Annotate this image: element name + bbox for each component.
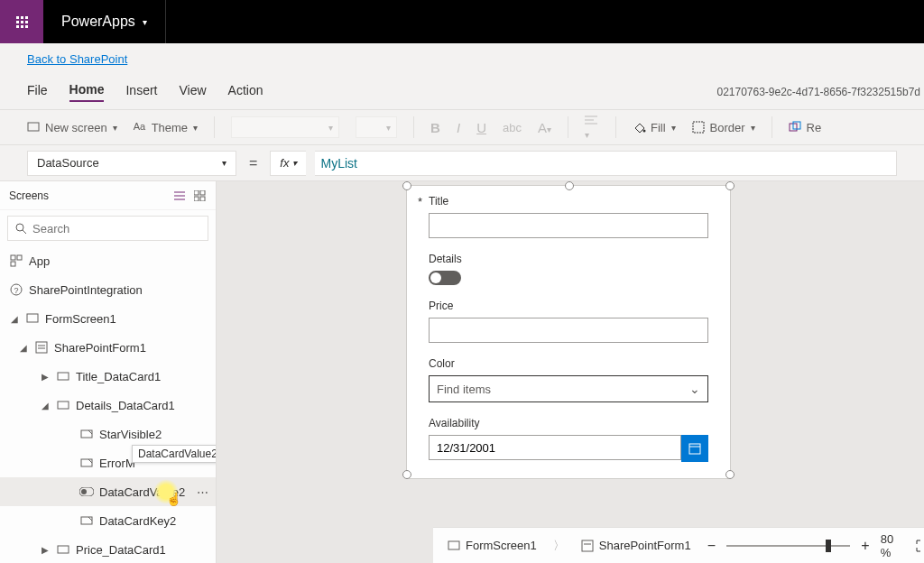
selection-handle[interactable]: [402, 470, 411, 479]
new-screen-button[interactable]: New screen ▾: [27, 121, 117, 134]
fill-label: Fill: [651, 121, 666, 134]
color-combobox[interactable]: Find items ⌄: [429, 375, 708, 402]
title-input[interactable]: [429, 213, 708, 238]
datacard-icon: [56, 542, 70, 557]
tree-item-errormessage2[interactable]: ErrorM DataCardValue2: [0, 448, 216, 477]
canvas[interactable]: * Title Details Price Color Find items ⌄: [217, 181, 924, 563]
divider: [615, 116, 616, 138]
tab-file[interactable]: File: [27, 83, 48, 101]
app-launcher-button[interactable]: [0, 0, 43, 43]
tree-item-price-datacard[interactable]: ▶ Price_DataCard1: [0, 535, 216, 563]
tree-item-datacardvalue2[interactable]: DataCardValue2 ⋯ ☝: [0, 477, 216, 506]
font-color-button[interactable]: A▾: [538, 120, 551, 135]
fit-to-window-button[interactable]: [916, 540, 924, 552]
zoom-in-button[interactable]: +: [861, 538, 869, 554]
chevron-down-icon: ▾: [113, 123, 117, 133]
formula-bar: DataSource ▾ = fx ▾ MyList: [0, 145, 924, 181]
svg-rect-19: [11, 262, 15, 266]
tree-item-details-datacard[interactable]: ◢ Details_DataCard1: [0, 391, 216, 420]
svg-rect-22: [27, 314, 38, 322]
expand-icon[interactable]: ◢: [40, 401, 51, 411]
bold-button[interactable]: B: [430, 120, 440, 135]
tree-item-label: Details_DataCard1: [76, 399, 175, 412]
calendar-button[interactable]: [681, 435, 708, 462]
tree-search-input[interactable]: [7, 216, 208, 241]
font-family-dropdown[interactable]: ▾: [231, 116, 339, 138]
formula-input[interactable]: MyList: [315, 151, 897, 176]
color-placeholder: Find items: [437, 383, 491, 396]
tree-item-sharepointform1[interactable]: ◢ SharePointForm1: [0, 333, 216, 362]
screen-icon: [25, 311, 40, 326]
new-screen-label: New screen: [45, 121, 107, 134]
tree-view-header: Screens: [0, 181, 216, 210]
calendar-icon: [688, 442, 701, 455]
availability-datepicker[interactable]: [429, 435, 708, 462]
border-button[interactable]: Border ▾: [692, 121, 755, 134]
app-name-label: PowerApps: [61, 14, 135, 30]
expand-icon[interactable]: ▶: [40, 545, 51, 555]
tree-item-datacardkey2[interactable]: DataCardKey2: [0, 506, 216, 535]
tree-item-sharepoint-integration[interactable]: ? SharePointIntegration: [0, 275, 216, 304]
align-button[interactable]: ▾: [585, 115, 599, 141]
zoom-slider-thumb[interactable]: [826, 540, 831, 552]
label-icon: [79, 456, 94, 470]
fill-button[interactable]: Fill ▾: [633, 121, 676, 134]
tree-search-field[interactable]: [32, 222, 200, 235]
tree-item-title-datacard[interactable]: ▶ Title_DataCard1: [0, 362, 216, 391]
svg-rect-5: [693, 122, 704, 133]
expand-icon[interactable]: ▶: [40, 372, 51, 382]
app-icon: [9, 254, 23, 268]
svg-rect-17: [11, 255, 15, 260]
selection-handle[interactable]: [725, 470, 735, 479]
tree-item-tooltip: DataCardValue2: [132, 445, 216, 463]
breadcrumb-form[interactable]: SharePointForm1: [581, 539, 691, 552]
field-label-price: Price: [429, 300, 708, 312]
font-size-dropdown[interactable]: ▾: [356, 116, 397, 138]
tree-item-label: Price_DataCard1: [76, 543, 166, 557]
reorder-label: Re: [807, 121, 822, 134]
availability-date-input[interactable]: [429, 435, 681, 460]
status-bar: FormScreen1 〉 SharePointForm1 − + 80 %: [433, 527, 924, 563]
svg-rect-18: [17, 255, 22, 260]
svg-rect-26: [58, 373, 69, 380]
more-options-button[interactable]: ⋯: [197, 485, 208, 499]
svg-rect-23: [36, 342, 47, 353]
svg-rect-0: [28, 123, 39, 131]
tab-action[interactable]: Action: [228, 83, 263, 101]
breadcrumb-separator: 〉: [553, 538, 565, 554]
list-view-icon[interactable]: [174, 190, 187, 201]
reorder-button[interactable]: Re: [789, 121, 822, 134]
zoom-slider[interactable]: [726, 545, 850, 547]
breadcrumb-screen[interactable]: FormScreen1: [448, 539, 537, 552]
italic-button[interactable]: I: [457, 120, 460, 135]
strikethrough-button[interactable]: abc: [503, 121, 522, 134]
details-toggle[interactable]: [429, 271, 461, 285]
svg-rect-27: [58, 401, 69, 409]
label-icon: [79, 427, 94, 441]
tree-item-formscreen1[interactable]: ◢ FormScreen1: [0, 304, 216, 333]
tab-view[interactable]: View: [179, 83, 206, 101]
app-name[interactable]: PowerApps ▾: [43, 14, 165, 30]
label-icon: [79, 513, 94, 528]
required-indicator: *: [418, 195, 422, 208]
tree-item-app[interactable]: App: [0, 246, 216, 275]
border-label: Border: [710, 121, 745, 134]
form-preview[interactable]: * Title Details Price Color Find items ⌄: [406, 185, 731, 479]
back-to-sharepoint-link[interactable]: Back to SharePoint: [27, 52, 127, 66]
theme-icon: Aa: [134, 121, 146, 134]
price-input[interactable]: [429, 318, 708, 343]
chevron-down-icon: ▾: [292, 158, 297, 168]
tab-home[interactable]: Home: [69, 82, 105, 102]
divider: [214, 116, 215, 138]
svg-point-4: [642, 130, 645, 133]
thumbnail-view-icon[interactable]: [194, 190, 207, 201]
tree-item-label: FormScreen1: [45, 312, 116, 326]
expand-icon[interactable]: ◢: [18, 343, 29, 353]
theme-button[interactable]: Aa Theme ▾: [134, 121, 198, 134]
zoom-out-button[interactable]: −: [707, 538, 716, 554]
property-selector[interactable]: DataSource ▾: [27, 151, 236, 176]
expand-icon[interactable]: ◢: [9, 314, 20, 324]
fx-button[interactable]: fx ▾: [270, 151, 306, 176]
tab-insert[interactable]: Insert: [125, 83, 157, 101]
underline-button[interactable]: U: [476, 120, 486, 135]
